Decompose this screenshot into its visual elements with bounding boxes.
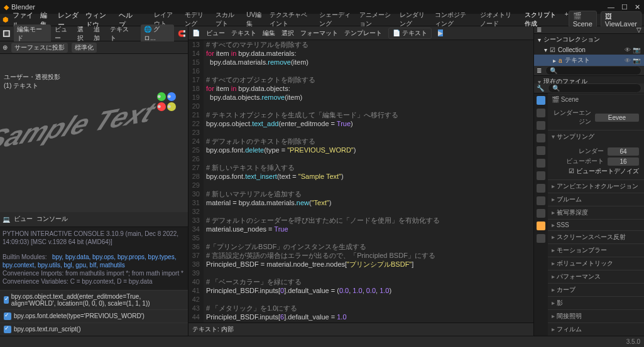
- viewport-subheader: ⊕ サーフェスに投影 標準化: [0, 41, 188, 54]
- viewport-samples[interactable]: 16: [608, 157, 639, 166]
- outliner-header: ≣ ▽: [534, 26, 644, 34]
- console-header: 💻 ビュー コンソール: [0, 212, 188, 227]
- surface-project[interactable]: サーフェスに投影: [11, 43, 68, 53]
- code-area[interactable]: 13# すべてのマテリアルを削除する14for item in bpy.data…: [188, 40, 533, 323]
- properties-header: 🔧 🔍: [534, 83, 644, 93]
- text-datablock[interactable]: 📄 テキスト: [388, 28, 432, 39]
- check-icon: [4, 312, 11, 320]
- text-editor-header: 📄 ビュー テキスト 編集 選択 フォーマット テンプレート 📄 テキスト ▶: [188, 26, 533, 40]
- eye-icon[interactable]: 👁: [625, 57, 631, 64]
- vp-menu-select[interactable]: 選択: [77, 25, 90, 43]
- mode-select[interactable]: 編集モード: [14, 24, 51, 43]
- properties-vertical-tabs: [534, 93, 548, 336]
- status-bar: 3.5.0: [0, 336, 644, 347]
- te-menu-text[interactable]: テキスト: [231, 29, 256, 38]
- props-panel-header[interactable]: 影: [548, 296, 644, 309]
- viewport-overlay-text: ユーザー・透視投影 (1) テキスト: [4, 73, 60, 90]
- props-panel-header[interactable]: ブルーム: [548, 193, 644, 206]
- outliner-row[interactable]: ▾☑ Collection👁📷: [534, 45, 644, 55]
- console-editor-icon[interactable]: 💻: [3, 216, 10, 223]
- te-menu-view[interactable]: ビュー: [206, 29, 225, 38]
- te-menu-edit[interactable]: 編集: [263, 29, 275, 38]
- camera-icon[interactable]: 📷: [633, 57, 640, 64]
- viewport-3d[interactable]: ユーザー・透視投影 (1) テキスト Sample Text ●● ●●: [0, 54, 188, 212]
- props-panel-header[interactable]: アンビエントオクルージョン: [548, 179, 644, 193]
- properties-search[interactable]: 🔍: [548, 83, 641, 93]
- props-icon[interactable]: 🔧: [537, 85, 544, 92]
- outliner-icon[interactable]: ≣: [537, 26, 542, 33]
- te-menu-template[interactable]: テンプレート: [344, 29, 382, 38]
- python-console[interactable]: PYTHON INTERACTIVE CONSOLE 3.10.9 (main,…: [0, 227, 188, 290]
- render-samples[interactable]: 64: [608, 147, 639, 156]
- props-panel-header[interactable]: SSS: [548, 219, 644, 230]
- tab-output-icon[interactable]: [537, 109, 545, 117]
- props-panel-header[interactable]: モーションブラー: [548, 243, 644, 257]
- normalize[interactable]: 標準化: [72, 43, 97, 53]
- props-panel-header[interactable]: 被写界深度: [548, 206, 644, 219]
- info-row[interactable]: bpy.ops.object.text_add(enter_editmode=T…: [0, 290, 188, 309]
- snap-icon[interactable]: 🧲: [178, 30, 185, 37]
- eye-icon[interactable]: 👁: [625, 46, 631, 53]
- console-banner: PYTHON INTERACTIVE CONSOLE 3.10.9 (main,…: [3, 230, 185, 246]
- engine-select[interactable]: Eevee: [595, 114, 639, 122]
- outliner-blendfile[interactable]: 現在のファイル ウィンドウマネ...オブジェクトカメラ設定カーブコレクションシー…: [534, 76, 644, 83]
- tab-world-icon[interactable]: [537, 146, 545, 155]
- props-panel-header[interactable]: パフォーマンス: [548, 270, 644, 283]
- vp-menu-add[interactable]: 追加: [94, 25, 106, 43]
- tab-scene-icon[interactable]: [537, 134, 545, 142]
- props-panel-header[interactable]: カーブ: [548, 283, 644, 296]
- check-icon: [4, 326, 11, 333]
- outliner-search[interactable]: 🔍: [545, 66, 641, 75]
- tab-render-icon[interactable]: [537, 96, 545, 105]
- search-icon: 🔍: [552, 85, 560, 92]
- outliner-row[interactable]: 現在のファイル: [534, 76, 644, 83]
- camera-icon[interactable]: 📷: [633, 46, 640, 53]
- te-menu-format[interactable]: フォーマット: [300, 29, 338, 38]
- scene-crumb: 🎬 Scene: [548, 93, 644, 105]
- properties-content[interactable]: 🎬 Scene レンダーエンジンEevee サンプリング レンダー64 ビューポ…: [548, 93, 644, 336]
- outliner[interactable]: ▾シーンコレクション ▾☑ Collection👁📷 ▸a テキスト👁📷: [534, 34, 644, 66]
- editor-type-icon[interactable]: 🔳: [3, 30, 10, 37]
- sampling-panel[interactable]: サンプリング: [548, 130, 644, 143]
- left-column: 🔳 編集モード ビュー 選択 追加 テキスト 🌐 グロ... 🧲 ⊕ サーフェス…: [0, 26, 188, 336]
- props-panel-header[interactable]: ボリューメトリック: [548, 257, 644, 270]
- tab-constraints-icon[interactable]: [537, 209, 545, 218]
- orientation-select[interactable]: 🌐 グロ...: [141, 24, 174, 43]
- tab-viewlayer-icon[interactable]: [537, 121, 545, 130]
- info-log: bpy.ops.object.text_add(enter_editmode=T…: [0, 290, 188, 336]
- viewport-header: 🔳 編集モード ビュー 選択 追加 テキスト 🌐 グロ... 🧲: [0, 26, 188, 41]
- props-panel-header[interactable]: フィルム: [548, 323, 644, 336]
- filter-icon[interactable]: ▽: [636, 26, 641, 33]
- tab-physics-icon[interactable]: [537, 196, 545, 205]
- console-menu-view[interactable]: ビュー: [14, 215, 33, 223]
- blender-logo-icon[interactable]: ⬢: [3, 16, 9, 24]
- text-editor-icon[interactable]: 📄: [192, 29, 200, 36]
- engine-label: レンダーエンジン: [553, 109, 591, 126]
- outliner-row-selected[interactable]: ▸a テキスト👁📷: [534, 55, 644, 66]
- chevron-down-icon: ▾: [544, 46, 547, 53]
- nav-gizmo[interactable]: ●● ●●: [156, 92, 177, 112]
- props-panel-header[interactable]: スクリーンスペース反射: [548, 230, 644, 243]
- props-panel-header[interactable]: 間接照明: [548, 309, 644, 323]
- maximize-icon[interactable]: ☐: [621, 3, 628, 11]
- check-icon: [4, 296, 9, 304]
- datablock-icon[interactable]: ≣: [537, 67, 542, 74]
- te-menu-select[interactable]: 選択: [281, 29, 294, 38]
- tab-modifiers-icon[interactable]: [537, 171, 545, 180]
- main-area: 🔳 編集モード ビュー 選択 追加 テキスト 🌐 グロ... 🧲 ⊕ サーフェス…: [0, 26, 644, 336]
- tab-particles-icon[interactable]: [537, 184, 545, 193]
- tab-object-icon[interactable]: [537, 159, 545, 168]
- tab-material-icon[interactable]: [537, 234, 545, 243]
- vp-menu-view[interactable]: ビュー: [55, 25, 74, 43]
- vp-menu-text[interactable]: テキスト: [110, 25, 135, 43]
- info-row[interactable]: bpy.ops.font.delete(type='PREVIOUS_WORD'…: [0, 309, 188, 323]
- close-icon[interactable]: ✕: [635, 3, 640, 11]
- tab-data-icon[interactable]: [537, 222, 545, 230]
- cursor-icon[interactable]: ⊕: [3, 44, 8, 51]
- info-row[interactable]: bpy.ops.text.run_script(): [0, 323, 188, 336]
- console-menu-console[interactable]: コンソール: [36, 215, 68, 223]
- denoise-checkbox[interactable]: ☑ ビューポートデノイズ: [569, 167, 639, 176]
- run-script-button[interactable]: ▶: [438, 29, 443, 36]
- minimize-icon[interactable]: —: [608, 3, 614, 11]
- outliner-row[interactable]: ▾シーンコレクション: [534, 34, 644, 45]
